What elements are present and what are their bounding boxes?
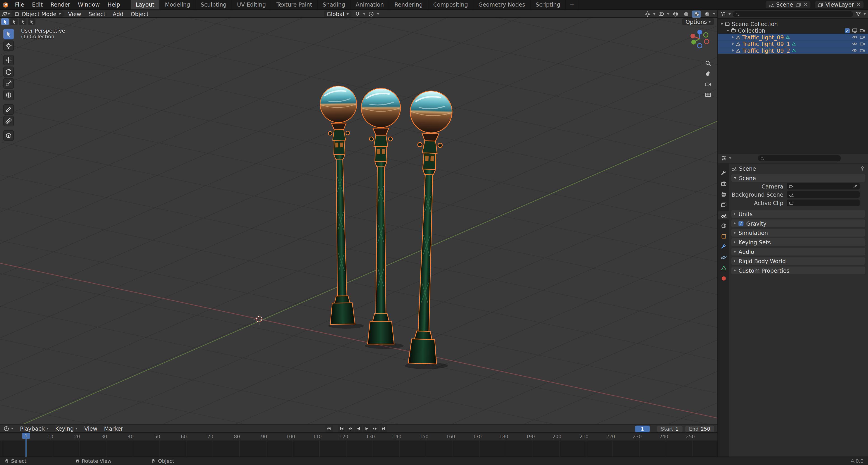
section-rigid-body-world[interactable]: Rigid Body World — [731, 257, 865, 265]
outliner-row-object-1[interactable]: Traffic_light_09 — [718, 34, 868, 40]
play-button[interactable] — [363, 425, 370, 432]
viewport-visibility-icon[interactable] — [852, 28, 857, 33]
viewport-menu-view[interactable]: View — [65, 11, 84, 17]
tab-geometry-nodes[interactable]: Geometry Nodes — [473, 0, 530, 9]
properties-search-input[interactable] — [758, 155, 841, 161]
unlink-scene-icon[interactable]: ✕ — [803, 2, 808, 8]
next-keyframe-button[interactable] — [371, 425, 379, 432]
active-clip-field[interactable] — [786, 200, 860, 206]
gizmo-axis-z[interactable] — [698, 30, 702, 35]
mode-dropdown[interactable]: Object Mode — [11, 11, 64, 17]
properties-editor-icon[interactable] — [721, 155, 727, 161]
gizmo-axis-y-neg[interactable] — [704, 33, 708, 37]
gizmo-dropdown[interactable] — [653, 13, 655, 15]
select-mode-extend-button[interactable] — [10, 18, 18, 25]
new-scene-icon[interactable] — [795, 2, 801, 7]
gizmo-axis-z-neg[interactable] — [698, 43, 702, 48]
navigation-gizmo[interactable] — [688, 27, 712, 51]
tab-scene-properties[interactable] — [718, 211, 729, 220]
tool-scale[interactable] — [3, 78, 14, 89]
end-frame-field[interactable]: End 250 — [685, 426, 714, 432]
outliner-row-scene-collection[interactable]: Scene Collection — [718, 21, 868, 27]
tab-shading[interactable]: Shading — [318, 0, 350, 9]
transform-orientation-dropdown[interactable]: Global — [324, 11, 351, 17]
tab-sculpting[interactable]: Sculpting — [196, 0, 232, 9]
lamp-post-1[interactable] — [320, 86, 361, 325]
render-visibility-icon[interactable] — [860, 41, 865, 47]
viewport-menu-object[interactable]: Object — [128, 11, 151, 17]
shading-dropdown[interactable] — [713, 13, 715, 15]
proportional-editing-button[interactable] — [367, 11, 375, 17]
keying-menu[interactable]: Keying — [52, 426, 81, 432]
remove-viewlayer-icon[interactable]: ✕ — [856, 2, 861, 8]
jump-to-start-button[interactable] — [338, 425, 345, 432]
overlays-dropdown[interactable] — [667, 13, 669, 15]
camera-field[interactable] — [786, 183, 860, 190]
eyedropper-icon[interactable] — [852, 184, 857, 189]
proportional-dropdown[interactable] — [377, 13, 379, 15]
viewport-menu-add[interactable]: Add — [110, 11, 126, 17]
current-frame-field[interactable]: 1 — [635, 426, 650, 432]
snap-toggle-button[interactable] — [353, 11, 362, 17]
section-custom-properties[interactable]: Custom Properties — [731, 266, 865, 274]
select-mode-intersect-button[interactable] — [28, 18, 35, 25]
show-overlays-button[interactable] — [657, 11, 665, 17]
render-visibility-icon[interactable] — [860, 48, 865, 53]
start-frame-field[interactable]: Start 1 — [657, 426, 682, 432]
viewport-3d[interactable]: Options User Perspective (1) Collection — [0, 18, 717, 424]
timeline-ruler[interactable]: 10 20 30 40 50 60 70 80 90 100 110 120 1… — [0, 433, 717, 441]
timeline-track-area[interactable] — [0, 441, 717, 457]
hide-viewport-icon[interactable] — [852, 48, 857, 53]
shading-wireframe-button[interactable] — [671, 10, 680, 18]
properties-editor-dropdown[interactable] — [729, 157, 731, 159]
tool-move[interactable] — [3, 55, 14, 65]
select-mode-new-button[interactable] — [1, 18, 9, 25]
marker-menu[interactable]: Marker — [101, 426, 127, 432]
auto-keying-button[interactable] — [326, 425, 333, 432]
section-audio[interactable]: Audio — [731, 248, 865, 256]
add-workspace-button[interactable]: + — [566, 0, 579, 9]
play-reverse-button[interactable] — [355, 425, 362, 432]
zoom-icon[interactable] — [705, 60, 711, 66]
tab-output-properties[interactable] — [719, 190, 728, 199]
expand-icon[interactable] — [721, 23, 723, 25]
section-simulation[interactable]: Simulation — [731, 229, 865, 236]
section-units[interactable]: Units — [731, 210, 865, 218]
tab-modifier-properties[interactable] — [719, 243, 728, 251]
menu-file[interactable]: File — [11, 0, 28, 9]
shading-solid-button[interactable] — [682, 10, 690, 18]
show-gizmo-button[interactable] — [643, 11, 652, 17]
lamp-post-3[interactable] — [401, 90, 453, 364]
filter-dropdown[interactable] — [864, 13, 866, 15]
tool-add-cube[interactable] — [3, 130, 14, 141]
gizmo-axis-x[interactable] — [690, 34, 695, 38]
outliner-row-object-2[interactable]: Traffic_light_09_1 — [718, 40, 868, 47]
snap-dropdown[interactable] — [363, 13, 365, 15]
playhead[interactable]: 1 — [26, 433, 27, 457]
tab-physics-properties[interactable] — [719, 253, 728, 262]
hide-viewport-icon[interactable] — [852, 34, 857, 40]
playback-menu[interactable]: Playback — [17, 426, 52, 432]
menu-render[interactable]: Render — [46, 0, 74, 9]
lamp-post-2[interactable] — [361, 88, 401, 344]
pan-hand-icon[interactable] — [705, 70, 711, 77]
hide-viewport-icon[interactable] — [852, 41, 857, 47]
pin-icon[interactable] — [860, 166, 865, 171]
outliner-row-collection[interactable]: Collection — [718, 27, 868, 34]
tab-rendering[interactable]: Rendering — [390, 0, 428, 9]
previous-keyframe-button[interactable] — [346, 425, 354, 432]
camera-view-icon[interactable] — [705, 81, 711, 88]
editor-type-button[interactable] — [2, 11, 10, 17]
tab-object-properties[interactable] — [719, 232, 728, 240]
tab-texture-paint[interactable]: Texture Paint — [272, 0, 318, 9]
expand-icon[interactable] — [727, 30, 729, 31]
tab-modeling[interactable]: Modeling — [160, 0, 196, 9]
tool-annotate[interactable] — [3, 104, 14, 115]
tool-select-box[interactable] — [3, 29, 14, 39]
tool-measure[interactable] — [3, 116, 14, 126]
timeline-view-menu[interactable]: View — [81, 426, 101, 432]
section-scene-header[interactable]: Scene — [731, 174, 865, 182]
filter-icon[interactable] — [855, 11, 862, 17]
tool-cursor[interactable] — [3, 40, 14, 51]
tab-world-properties[interactable] — [719, 222, 728, 230]
